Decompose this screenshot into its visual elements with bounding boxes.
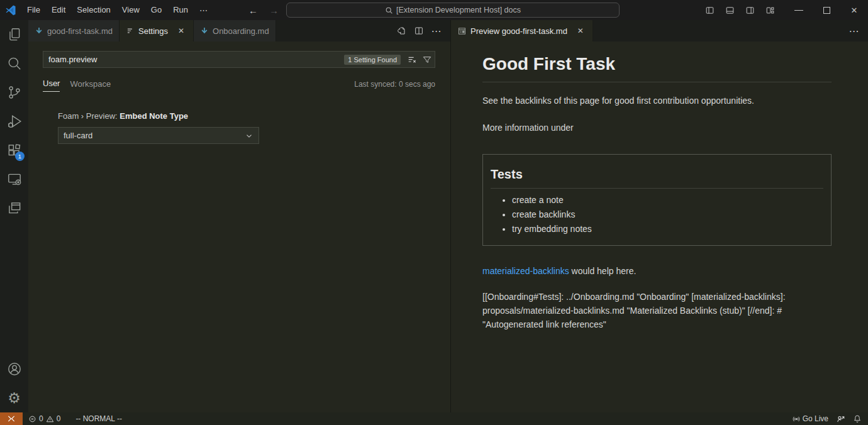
menu-selection[interactable]: Selection — [71, 3, 116, 18]
notifications-bell-icon[interactable] — [849, 412, 868, 425]
tab-onboarding[interactable]: Onboarding.md — [194, 20, 276, 41]
minimize-button[interactable] — [785, 0, 813, 20]
title-bar: File Edit Selection View Go Run ⋯ ← → [E… — [0, 0, 868, 20]
more-actions-icon[interactable]: ⋯ — [847, 23, 862, 38]
toggle-sidebar-icon[interactable] — [699, 0, 720, 20]
settings-tab-icon — [126, 26, 135, 35]
embed-title: Tests — [491, 167, 823, 189]
list-item: try embedding notes — [512, 224, 823, 234]
preview-paragraph: See the backlinks of this page for good … — [482, 94, 832, 107]
warning-icon — [46, 415, 54, 423]
command-center-label: [Extension Development Host] docs — [396, 6, 521, 14]
tab-label: Preview good-first-task.md — [470, 26, 567, 36]
tab-preview[interactable]: Preview good-first-task.md ✕ — [451, 20, 593, 41]
run-debug-icon[interactable] — [0, 107, 28, 136]
nav-forward-icon[interactable]: → — [269, 5, 279, 16]
settings-results-badge: 1 Setting Found — [344, 55, 401, 65]
tab-settings[interactable]: Settings ✕ — [120, 20, 194, 41]
tab-label: Settings — [138, 26, 168, 36]
live-share-icon[interactable] — [832, 412, 849, 425]
setting-title: Foam › Preview: Embed Note Type — [58, 111, 435, 121]
extensions-icon[interactable]: 1 — [0, 136, 28, 165]
extensions-badge: 1 — [15, 152, 25, 161]
menu-file[interactable]: File — [21, 3, 46, 18]
vscode-logo-icon — [0, 4, 21, 16]
tab-label: good-first-task.md — [47, 26, 113, 36]
nav-back-icon[interactable]: ← — [248, 5, 258, 16]
menu-view[interactable]: View — [116, 3, 145, 18]
history-navigation: ← → — [248, 5, 279, 16]
activity-bar: 1 ⚙ — [0, 20, 28, 412]
editor-group-settings: good-first-task.md Settings ✕ Onboarding… — [28, 20, 450, 412]
broadcast-icon — [792, 414, 801, 423]
preview-icon — [457, 26, 467, 36]
problems-indicator[interactable]: 0 0 — [25, 412, 64, 425]
remote-icon — [7, 414, 16, 423]
more-actions-icon[interactable]: ⋯ — [429, 23, 444, 38]
setting-name: Embed Note Type — [120, 111, 188, 121]
settings-search-input[interactable] — [43, 55, 344, 64]
settings-scope-row: User Workspace Last synced: 0 secs ago — [43, 78, 435, 92]
filter-settings-icon[interactable] — [420, 52, 435, 67]
markdown-file-icon — [200, 26, 209, 35]
vim-mode-indicator[interactable]: -- NORMAL -- — [72, 412, 126, 425]
backlink-line: materialized-backlinks would help here. — [482, 266, 832, 276]
preview-paragraph: More information under — [482, 121, 832, 134]
search-icon — [385, 6, 393, 14]
window-controls: ✕ — [699, 0, 868, 20]
list-item: create a note — [512, 195, 823, 205]
explorer-icon[interactable] — [0, 20, 28, 49]
last-synced-label: Last synced: 0 secs ago — [354, 80, 435, 92]
backlink-line-tail: would help here. — [569, 266, 637, 276]
menu-run[interactable]: Run — [167, 3, 194, 18]
open-settings-json-icon[interactable] — [394, 23, 409, 38]
go-live-button[interactable]: Go Live — [788, 412, 832, 425]
markdown-preview: Good First Task See the backlinks of thi… — [451, 41, 868, 412]
clear-settings-search-icon[interactable] — [404, 52, 420, 67]
setting-category: Foam › Preview: — [58, 111, 120, 121]
windows-stack-icon[interactable] — [0, 194, 28, 223]
command-center-search[interactable]: [Extension Development Host] docs — [286, 3, 620, 18]
list-item: create backlinks — [512, 209, 823, 219]
scope-tab-user[interactable]: User — [43, 79, 60, 92]
settings-editor: 1 Setting Found User Workspace Last sync… — [28, 41, 450, 412]
source-control-icon[interactable] — [0, 78, 28, 107]
preview-title: Good First Task — [482, 54, 832, 82]
remote-indicator[interactable] — [0, 412, 23, 425]
maximize-button[interactable] — [813, 0, 840, 20]
editor-group-preview: Preview good-first-task.md ✕ ⋯ Good Firs… — [450, 20, 868, 412]
menu-go[interactable]: Go — [145, 3, 167, 18]
close-window-button[interactable]: ✕ — [840, 0, 868, 20]
menu-more-icon[interactable]: ⋯ — [194, 6, 213, 15]
error-count: 0 — [39, 414, 43, 423]
search-view-icon[interactable] — [0, 49, 28, 78]
split-editor-icon[interactable] — [411, 23, 426, 38]
embed-list: create a note create backlinks try embed… — [491, 195, 823, 234]
left-tab-bar: good-first-task.md Settings ✕ Onboarding… — [28, 20, 450, 41]
toggle-secondary-sidebar-icon[interactable] — [740, 0, 760, 20]
status-bar: 0 0 -- NORMAL -- Go Live — [0, 412, 868, 425]
materialized-backlinks-link[interactable]: materialized-backlinks — [482, 266, 569, 276]
settings-search-box: 1 Setting Found — [43, 51, 435, 68]
go-live-label: Go Live — [803, 414, 828, 423]
menu-edit[interactable]: Edit — [46, 3, 71, 18]
toggle-panel-icon[interactable] — [720, 0, 740, 20]
tab-close-icon[interactable]: ✕ — [175, 26, 187, 35]
embed-note-type-select[interactable]: full-card — [58, 127, 259, 144]
right-tab-bar: Preview good-first-task.md ✕ ⋯ — [451, 20, 868, 41]
markdown-file-icon — [35, 26, 43, 35]
remote-explorer-icon[interactable] — [0, 165, 28, 194]
embedded-note-card: Tests create a note create backlinks try… — [482, 154, 832, 246]
scope-tab-workspace[interactable]: Workspace — [70, 79, 111, 92]
warning-count: 0 — [57, 414, 61, 423]
tab-close-icon[interactable]: ✕ — [575, 26, 586, 35]
error-icon — [28, 415, 36, 423]
tab-label: Onboarding.md — [213, 26, 269, 36]
settings-gear-icon[interactable]: ⚙ — [0, 384, 28, 412]
account-icon[interactable] — [0, 355, 28, 384]
tab-good-first-task[interactable]: good-first-task.md — [28, 20, 120, 41]
setting-embed-note-type: Foam › Preview: Embed Note Type full-car… — [43, 111, 435, 144]
chevron-down-icon — [245, 131, 253, 140]
customize-layout-icon[interactable] — [760, 0, 780, 20]
link-references-text: [[Onboarding#Tests]: ../Onboarding.md "O… — [482, 290, 832, 332]
